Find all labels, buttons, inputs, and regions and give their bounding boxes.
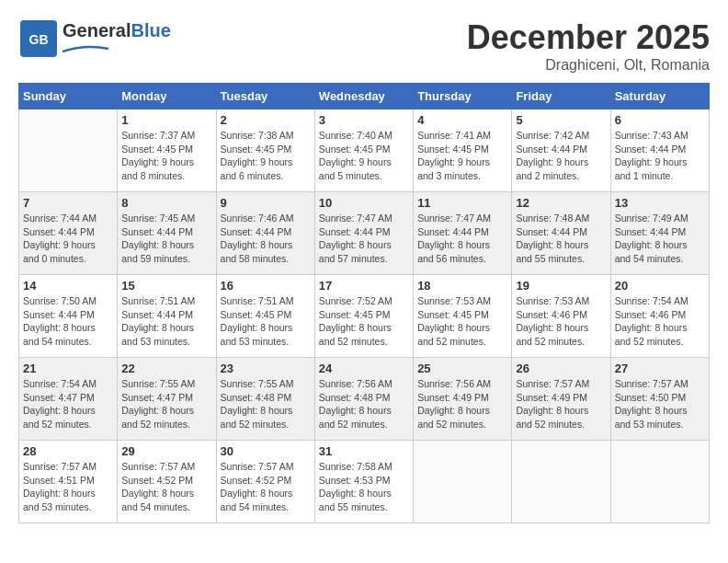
calendar-table: SundayMondayTuesdayWednesdayThursdayFrid… (18, 83, 710, 523)
logo-general: General (63, 20, 131, 40)
calendar-cell: 11Sunrise: 7:47 AMSunset: 4:44 PMDayligh… (414, 192, 512, 275)
logo-swoosh (63, 44, 108, 53)
day-number: 5 (516, 113, 606, 127)
calendar-cell: 14Sunrise: 7:50 AMSunset: 4:44 PMDayligh… (19, 275, 118, 358)
logo-blue: Blue (131, 20, 170, 40)
calendar-cell: 7Sunrise: 7:44 AMSunset: 4:44 PMDaylight… (19, 192, 118, 275)
day-number: 30 (221, 444, 311, 458)
day-number: 1 (121, 113, 211, 127)
calendar-cell: 25Sunrise: 7:56 AMSunset: 4:49 PMDayligh… (414, 358, 512, 441)
day-info: Sunrise: 7:57 AMSunset: 4:52 PMDaylight:… (221, 460, 311, 514)
day-number: 27 (615, 362, 705, 375)
calendar-cell: 2Sunrise: 7:38 AMSunset: 4:45 PMDaylight… (216, 109, 314, 192)
weekday-header-monday: Monday (118, 84, 216, 109)
day-info: Sunrise: 7:47 AMSunset: 4:44 PMDaylight:… (319, 212, 409, 266)
day-info: Sunrise: 7:53 AMSunset: 4:45 PMDaylight:… (417, 294, 507, 349)
calendar-cell: 19Sunrise: 7:53 AMSunset: 4:46 PMDayligh… (512, 275, 610, 358)
day-info: Sunrise: 7:51 AMSunset: 4:44 PMDaylight:… (121, 294, 211, 349)
day-number: 20 (615, 279, 705, 293)
day-info: Sunrise: 7:49 AMSunset: 4:44 PMDaylight:… (615, 212, 705, 266)
day-number: 25 (417, 362, 507, 375)
day-number: 7 (23, 196, 113, 210)
calendar-cell (19, 109, 118, 192)
weekday-header-thursday: Thursday (414, 84, 512, 109)
day-number: 14 (23, 279, 113, 293)
calendar-header-row: SundayMondayTuesdayWednesdayThursdayFrid… (19, 84, 710, 109)
calendar-cell: 1Sunrise: 7:37 AMSunset: 4:45 PMDaylight… (118, 109, 216, 192)
day-info: Sunrise: 7:53 AMSunset: 4:46 PMDaylight:… (516, 294, 606, 349)
day-info: Sunrise: 7:55 AMSunset: 4:47 PMDaylight:… (121, 377, 211, 431)
logo: GB GeneralBlue (18, 18, 171, 59)
day-number: 2 (221, 113, 311, 127)
weekday-header-sunday: Sunday (19, 84, 118, 109)
day-info: Sunrise: 7:56 AMSunset: 4:48 PMDaylight:… (319, 377, 409, 431)
calendar-cell: 4Sunrise: 7:41 AMSunset: 4:45 PMDaylight… (414, 109, 512, 192)
day-number: 6 (615, 113, 705, 127)
calendar-cell: 15Sunrise: 7:51 AMSunset: 4:44 PMDayligh… (118, 275, 216, 358)
day-info: Sunrise: 7:57 AMSunset: 4:50 PMDaylight:… (615, 377, 705, 431)
day-info: Sunrise: 7:37 AMSunset: 4:45 PMDaylight:… (121, 129, 211, 183)
calendar-cell: 28Sunrise: 7:57 AMSunset: 4:51 PMDayligh… (19, 441, 118, 523)
day-number: 10 (319, 196, 409, 210)
day-info: Sunrise: 7:47 AMSunset: 4:44 PMDaylight:… (417, 212, 507, 266)
day-info: Sunrise: 7:40 AMSunset: 4:45 PMDaylight:… (319, 129, 409, 183)
day-info: Sunrise: 7:54 AMSunset: 4:47 PMDaylight:… (23, 377, 113, 431)
calendar-cell: 12Sunrise: 7:48 AMSunset: 4:44 PMDayligh… (512, 192, 610, 275)
day-number: 31 (319, 444, 409, 458)
calendar-cell: 5Sunrise: 7:42 AMSunset: 4:44 PMDaylight… (512, 109, 610, 192)
day-number: 15 (121, 279, 211, 293)
calendar-cell: 24Sunrise: 7:56 AMSunset: 4:48 PMDayligh… (314, 358, 413, 441)
day-number: 9 (221, 196, 311, 210)
day-number: 28 (23, 444, 113, 458)
title-section: December 2025 Draghiceni, Olt, Romania (467, 18, 710, 74)
day-info: Sunrise: 7:54 AMSunset: 4:46 PMDaylight:… (615, 294, 705, 349)
calendar-week-row: 21Sunrise: 7:54 AMSunset: 4:47 PMDayligh… (19, 358, 710, 441)
weekday-header-friday: Friday (512, 84, 610, 109)
calendar-cell: 22Sunrise: 7:55 AMSunset: 4:47 PMDayligh… (118, 358, 216, 441)
calendar-cell: 8Sunrise: 7:45 AMSunset: 4:44 PMDaylight… (118, 192, 216, 275)
day-info: Sunrise: 7:57 AMSunset: 4:51 PMDaylight:… (23, 460, 113, 514)
calendar-cell: 26Sunrise: 7:57 AMSunset: 4:49 PMDayligh… (512, 358, 610, 441)
day-info: Sunrise: 7:44 AMSunset: 4:44 PMDaylight:… (23, 212, 113, 266)
day-info: Sunrise: 7:48 AMSunset: 4:44 PMDaylight:… (516, 212, 606, 266)
day-number: 22 (121, 362, 211, 375)
weekday-header-saturday: Saturday (610, 84, 709, 109)
calendar-cell (610, 441, 709, 523)
location: Draghiceni, Olt, Romania (467, 57, 710, 74)
day-info: Sunrise: 7:45 AMSunset: 4:44 PMDaylight:… (121, 212, 211, 266)
logo-icon: GB (18, 18, 59, 59)
calendar-cell: 9Sunrise: 7:46 AMSunset: 4:44 PMDaylight… (216, 192, 314, 275)
calendar-cell: 10Sunrise: 7:47 AMSunset: 4:44 PMDayligh… (314, 192, 413, 275)
calendar-week-row: 14Sunrise: 7:50 AMSunset: 4:44 PMDayligh… (19, 275, 710, 358)
day-number: 4 (417, 113, 507, 127)
day-number: 19 (516, 279, 606, 293)
calendar-cell (512, 441, 610, 523)
calendar-cell: 18Sunrise: 7:53 AMSunset: 4:45 PMDayligh… (414, 275, 512, 358)
calendar-cell: 20Sunrise: 7:54 AMSunset: 4:46 PMDayligh… (610, 275, 709, 358)
calendar-week-row: 7Sunrise: 7:44 AMSunset: 4:44 PMDaylight… (19, 192, 710, 275)
calendar-week-row: 28Sunrise: 7:57 AMSunset: 4:51 PMDayligh… (19, 441, 710, 523)
day-number: 21 (23, 362, 113, 375)
day-info: Sunrise: 7:56 AMSunset: 4:49 PMDaylight:… (417, 377, 507, 431)
day-info: Sunrise: 7:41 AMSunset: 4:45 PMDaylight:… (417, 129, 507, 183)
day-info: Sunrise: 7:57 AMSunset: 4:52 PMDaylight:… (121, 460, 211, 514)
calendar-cell: 23Sunrise: 7:55 AMSunset: 4:48 PMDayligh… (216, 358, 314, 441)
day-number: 3 (319, 113, 409, 127)
page-header: GB GeneralBlue December 2025 Draghiceni,… (18, 18, 710, 74)
day-info: Sunrise: 7:38 AMSunset: 4:45 PMDaylight:… (221, 129, 311, 183)
day-info: Sunrise: 7:42 AMSunset: 4:44 PMDaylight:… (516, 129, 606, 183)
calendar-cell: 30Sunrise: 7:57 AMSunset: 4:52 PMDayligh… (216, 441, 314, 523)
day-info: Sunrise: 7:50 AMSunset: 4:44 PMDaylight:… (23, 294, 113, 349)
day-number: 26 (516, 362, 606, 375)
calendar-cell: 3Sunrise: 7:40 AMSunset: 4:45 PMDaylight… (314, 109, 413, 192)
day-number: 23 (221, 362, 311, 375)
day-number: 17 (319, 279, 409, 293)
day-number: 29 (121, 444, 211, 458)
day-number: 11 (417, 196, 507, 210)
calendar-cell: 21Sunrise: 7:54 AMSunset: 4:47 PMDayligh… (19, 358, 118, 441)
calendar-cell: 16Sunrise: 7:51 AMSunset: 4:45 PMDayligh… (216, 275, 314, 358)
month-title: December 2025 (467, 18, 710, 57)
day-number: 12 (516, 196, 606, 210)
svg-text:GB: GB (29, 32, 49, 47)
day-number: 8 (121, 196, 211, 210)
